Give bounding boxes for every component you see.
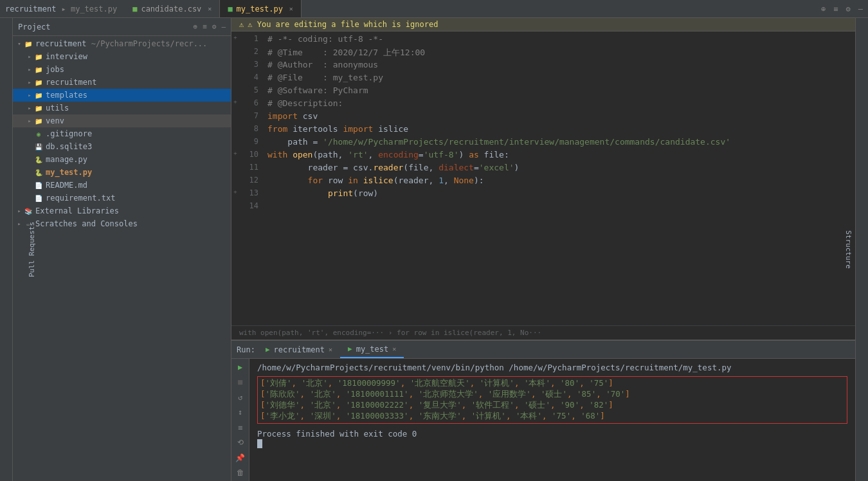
tree-external-libs[interactable]: ▸ 📚 External Libraries bbox=[13, 204, 231, 217]
tree-recruitment[interactable]: ▸ 📁 recruitment bbox=[13, 76, 231, 89]
run-tab-recruitment[interactable]: ▶ recruitment ✕ bbox=[258, 341, 340, 358]
line-content-2: # @Time : 2020/12/7 上午12:00 bbox=[265, 47, 855, 59]
run-output-data: ['刘倩', '北京', '18100009999', '北京航空航天', '计… bbox=[257, 376, 847, 424]
output-row-3: ['李小龙', '深圳', '18100003333', '东南大学', '计算… bbox=[260, 411, 844, 422]
run-trash-button[interactable]: 🗑 bbox=[234, 467, 247, 479]
run-filter-button[interactable]: ≡ bbox=[234, 422, 247, 433]
scratches-label: Scratches and Consoles bbox=[35, 219, 138, 228]
run-tab-recruitment-icon: ▶ bbox=[266, 345, 270, 354]
run-wrap-button[interactable]: ⟲ bbox=[234, 437, 247, 449]
run-pin-button[interactable]: 📌 bbox=[234, 452, 247, 464]
toolbar-list-icon[interactable]: ≡ bbox=[833, 5, 838, 14]
templates-label: templates bbox=[46, 91, 87, 100]
line-num-12: 12 bbox=[239, 176, 265, 185]
code-editor[interactable]: + 1 # -*- coding: utf-8 -*- 2 # @Time : … bbox=[231, 32, 855, 325]
file-tree: ▾ 📁 recruitment ~/PycharmProjects/recr..… bbox=[13, 36, 231, 481]
mytest-label: my_test.py bbox=[46, 168, 92, 177]
line-num-10: 10 bbox=[239, 150, 265, 159]
line-num-11: 11 bbox=[239, 163, 265, 172]
run-stop-button[interactable]: ■ bbox=[234, 377, 247, 388]
code-line-10: + 10 with open(path, 'rt', encoding='utf… bbox=[231, 150, 855, 163]
tree-mytest[interactable]: 🐍 my_test.py bbox=[13, 166, 231, 179]
run-scroll-button[interactable]: ↕ bbox=[234, 407, 247, 419]
code-line-13: + 13 print(row) bbox=[231, 188, 855, 201]
panel-icon-gear[interactable]: ⚙ bbox=[212, 23, 217, 31]
manage-file-icon: 🐍 bbox=[33, 154, 44, 165]
csv-file-icon: ■ bbox=[132, 5, 137, 14]
run-play-button[interactable]: ▶ bbox=[234, 361, 247, 373]
tab-csv[interactable]: ■ candidate.csv ✕ bbox=[125, 0, 220, 17]
output-row-1: ['陈欣欣', '北京', '18100001111', '北京师范大学', '… bbox=[260, 389, 844, 400]
toolbar-gear-icon[interactable]: ⚙ bbox=[846, 5, 851, 14]
panel-icon-globe[interactable]: ⊕ bbox=[194, 23, 198, 31]
line-content-5: # @Software: PyCharm bbox=[265, 86, 855, 95]
breadcrumb-path: ▸ my_test.py bbox=[61, 5, 117, 14]
code-line-6: + 6 # @Description: bbox=[231, 98, 855, 111]
pull-requests-label: Pull Requests bbox=[28, 222, 36, 277]
tree-gitignore[interactable]: ◉ .gitignore bbox=[13, 127, 231, 140]
line-num-13: 13 bbox=[239, 188, 265, 197]
tree-requirement[interactable]: 📄 requirement.txt bbox=[13, 192, 231, 204]
code-line-11: 11 reader = csv.reader(file, dialect='ex… bbox=[231, 163, 855, 176]
interview-label: interview bbox=[46, 52, 87, 61]
process-done-text: Process finished with exit code 0 bbox=[257, 429, 417, 439]
tree-manage[interactable]: 🐍 manage.py bbox=[13, 153, 231, 166]
code-line-2: 2 # @Time : 2020/12/7 上午12:00 bbox=[231, 47, 855, 60]
line-content-4: # @File : my_test.py bbox=[265, 73, 855, 82]
tree-templates[interactable]: ▸ 📁 templates bbox=[13, 89, 231, 102]
run-output[interactable]: /home/w/PycharmProjects/recruitment/venv… bbox=[249, 359, 855, 481]
recruitment-label: recruitment bbox=[46, 78, 96, 87]
run-panel: Run: ▶ recruitment ✕ ▶ my_test ✕ ▶ ■ ↺ bbox=[231, 340, 855, 481]
line-num-6: 6 bbox=[239, 98, 265, 107]
cursor bbox=[257, 439, 262, 448]
toolbar-globe-icon[interactable]: ⊕ bbox=[821, 5, 826, 14]
line-content-11: reader = csv.reader(file, dialect='excel… bbox=[265, 163, 855, 172]
tree-root-label: recruitment ~/PycharmProjects/recr... bbox=[35, 39, 207, 48]
utils-label: utils bbox=[46, 104, 69, 113]
panel-icon-list[interactable]: ≡ bbox=[203, 23, 207, 31]
mytest-file-icon: 🐍 bbox=[33, 167, 44, 177]
tree-root[interactable]: ▾ 📁 recruitment ~/PycharmProjects/recr..… bbox=[13, 37, 231, 50]
run-tab-recruitment-close[interactable]: ✕ bbox=[329, 346, 332, 353]
structure-label: Structure bbox=[845, 230, 853, 269]
warning-icon: ⚠ bbox=[239, 20, 244, 29]
toolbar-minimize-icon[interactable]: — bbox=[858, 5, 863, 14]
recruitment-folder-icon: 📁 bbox=[33, 77, 44, 87]
project-panel: Project ⊕ ≡ ⚙ — ▾ 📁 recruitment ~/Pychar… bbox=[13, 18, 231, 481]
line-content-9: path = '/home/w/PycharmProjects/recruitm… bbox=[265, 137, 855, 147]
venv-folder-icon: 📁 bbox=[33, 116, 44, 126]
code-line-4: 4 # @File : my_test.py bbox=[231, 73, 855, 86]
tab-csv-close-icon[interactable]: ✕ bbox=[208, 5, 212, 12]
panel-icon-minimize[interactable]: — bbox=[221, 23, 226, 31]
code-line-3: 3 # @Author : anonymous bbox=[231, 60, 855, 73]
code-line-8: 8 from itertools import islice bbox=[231, 124, 855, 137]
readme-file-icon: 📄 bbox=[33, 180, 44, 190]
venv-arrow: ▸ bbox=[26, 118, 33, 124]
run-label: Run: bbox=[237, 345, 255, 354]
code-line-5: 5 # @Software: PyCharm bbox=[231, 86, 855, 98]
editor-area: ⚠ ⚠ You are editing a file which is igno… bbox=[231, 18, 855, 481]
line-num-4: 4 bbox=[239, 73, 265, 82]
code-line-9: 9 path = '/home/w/PycharmProjects/recrui… bbox=[231, 137, 855, 150]
py-file-icon: ■ bbox=[228, 5, 232, 14]
tree-root-arrow: ▾ bbox=[15, 41, 23, 47]
tree-scratches[interactable]: ▸ ✏ Scratches and Consoles bbox=[13, 217, 231, 230]
tree-utils[interactable]: ▸ 📁 utils bbox=[13, 102, 231, 114]
utils-arrow: ▸ bbox=[26, 105, 33, 111]
gutter-1: + bbox=[231, 34, 239, 41]
tab-py-close-icon[interactable]: ✕ bbox=[289, 5, 293, 12]
tree-readme[interactable]: 📄 README.md bbox=[13, 179, 231, 192]
tab-py[interactable]: ■ my_test.py ✕ bbox=[220, 0, 302, 17]
run-tab-mytest-close[interactable]: ✕ bbox=[392, 345, 396, 352]
line-content-1: # -*- coding: utf-8 -*- bbox=[265, 34, 855, 44]
structure-bar: Structure bbox=[855, 18, 868, 481]
run-tab-mytest-label: my_test bbox=[356, 345, 389, 354]
run-rerun-button[interactable]: ↺ bbox=[234, 392, 247, 403]
tree-venv[interactable]: ▸ 📁 venv bbox=[13, 114, 231, 127]
tree-db[interactable]: 💾 db.sqlite3 bbox=[13, 140, 231, 153]
tree-interview[interactable]: ▸ 📁 interview bbox=[13, 50, 231, 63]
run-tab-mytest[interactable]: ▶ my_test ✕ bbox=[340, 341, 404, 358]
output-row-0: ['刘倩', '北京', '18100009999', '北京航空航天', '计… bbox=[260, 378, 844, 389]
tree-jobs[interactable]: ▸ 📁 jobs bbox=[13, 63, 231, 76]
pull-requests-bar: Pull Requests bbox=[0, 18, 13, 481]
